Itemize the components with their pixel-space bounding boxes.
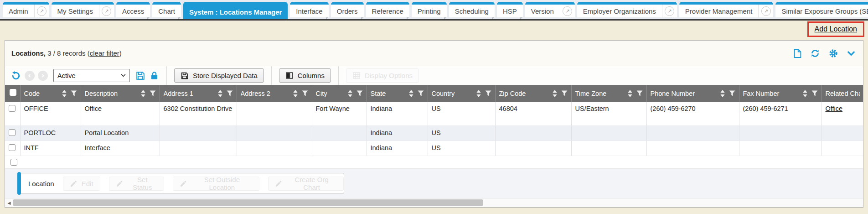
filter-icon[interactable] (71, 90, 77, 96)
section-accent-bar (17, 172, 21, 195)
row-checkbox[interactable] (9, 105, 16, 112)
tab-chart[interactable]: Chart (152, 2, 181, 17)
gear-icon[interactable] (828, 48, 838, 58)
sort-icon[interactable] (141, 90, 145, 97)
toolbar-divider (338, 66, 339, 85)
tab-access[interactable]: Access (116, 2, 150, 17)
column-header-description[interactable]: Description (81, 85, 160, 102)
cell-state: Indiana (367, 141, 428, 156)
related-chart-link[interactable]: Office (826, 105, 843, 112)
sort-icon[interactable] (409, 90, 413, 97)
footer-select-all-checkbox[interactable] (10, 159, 17, 166)
refresh-icon[interactable] (810, 48, 820, 58)
sort-icon[interactable] (218, 90, 222, 97)
status-filter-select[interactable]: Active (53, 69, 130, 82)
save-view-icon[interactable] (135, 71, 145, 81)
save-icon (181, 72, 189, 80)
column-header-related-charts[interactable]: Related Cha (822, 85, 863, 102)
filter-icon[interactable] (729, 90, 735, 96)
grid-toolbar: Active Store Displayed Data Columns (5, 66, 863, 85)
cell-code: OFFICE (20, 102, 81, 125)
locations-manager-screen: Admin ↗ My Settings ↗ Access Chart Syste… (0, 0, 868, 214)
add-location-highlight-box: Add Location (807, 21, 864, 37)
tab-interface[interactable]: Interface (290, 2, 328, 17)
column-header-state[interactable]: State (367, 85, 428, 102)
tab-version[interactable]: Version ↗ (525, 2, 575, 17)
display-options-button: Display Options (346, 68, 419, 83)
column-header-address1[interactable]: Address 1 (160, 85, 237, 102)
tab-similar-exposure-groups[interactable]: Similar Exposure Groups (SEGs) ↗ (775, 2, 868, 17)
filter-icon[interactable] (636, 90, 643, 96)
open-new-window-icon[interactable]: ↗ (563, 6, 572, 16)
select-all-header-checkbox-cell (5, 85, 20, 102)
table-header-row: Code Description Address 1 Address 2 Cit… (5, 85, 863, 102)
column-header-country[interactable]: Country (428, 85, 495, 102)
tab-hsp[interactable]: HSP (497, 2, 523, 17)
tab-reference[interactable]: Reference (366, 2, 409, 17)
column-header-fax-number[interactable]: Fax Number (739, 85, 822, 102)
clear-filter-link[interactable]: clear filter (90, 49, 119, 57)
filter-icon[interactable] (418, 90, 424, 96)
open-new-window-icon[interactable]: ↗ (761, 6, 771, 16)
sort-icon[interactable] (293, 90, 298, 97)
filter-icon[interactable] (356, 90, 363, 96)
panel-header: Locations, 3 / 8 records (clear filter) (5, 41, 863, 66)
column-header-time-zone[interactable]: Time Zone (571, 85, 646, 102)
scrollbar-thumb[interactable] (13, 199, 483, 206)
row-checkbox[interactable] (9, 129, 16, 136)
select-all-checkbox[interactable] (10, 89, 16, 96)
sort-icon[interactable] (553, 90, 557, 97)
cell-address1 (160, 141, 237, 156)
filter-icon[interactable] (150, 90, 156, 96)
sort-icon[interactable] (476, 90, 481, 97)
tab-provider-management[interactable]: Provider Management ↗ (679, 2, 774, 17)
cell-description: Interface (81, 141, 160, 156)
chevron-down-icon[interactable] (847, 49, 856, 58)
tab-my-settings[interactable]: My Settings ↗ (52, 2, 114, 17)
tab-employer-organizations[interactable]: Employer Organizations ↗ (577, 2, 677, 17)
sort-icon[interactable] (628, 90, 632, 97)
cell-address1: 6302 Constitution Drive (160, 102, 237, 125)
footer-select-row (5, 156, 863, 169)
sort-icon[interactable] (348, 90, 352, 97)
sort-icon[interactable] (720, 90, 725, 97)
tab-printing[interactable]: Printing (412, 2, 447, 17)
previous-page-icon[interactable] (25, 71, 35, 81)
filter-icon[interactable] (561, 90, 568, 96)
cell-address2 (237, 125, 312, 141)
open-new-window-icon[interactable]: ↗ (665, 6, 674, 16)
new-document-icon[interactable] (793, 48, 802, 58)
horizontal-scrollbar[interactable]: ◀ (5, 198, 863, 207)
sort-icon[interactable] (803, 90, 807, 97)
next-page-icon[interactable] (38, 71, 48, 81)
column-header-city[interactable]: City (312, 85, 367, 102)
columns-button[interactable]: Columns (279, 68, 331, 83)
column-header-code[interactable]: Code (20, 85, 81, 102)
cell-address2 (237, 102, 312, 125)
add-location-link[interactable]: Add Location (815, 25, 857, 33)
column-header-phone-number[interactable]: Phone Number (646, 85, 739, 102)
cell-description: Office (81, 102, 160, 125)
tab-admin[interactable]: Admin ↗ (3, 2, 49, 17)
open-new-window-icon[interactable]: ↗ (102, 6, 111, 16)
undo-reset-icon[interactable] (10, 70, 21, 81)
locations-table: Code Description Address 1 Address 2 Cit… (5, 85, 863, 157)
scroll-left-arrow-icon[interactable]: ◀ (5, 198, 13, 207)
open-new-window-icon[interactable]: ↗ (37, 6, 46, 16)
filter-icon[interactable] (485, 90, 491, 96)
sort-icon[interactable] (62, 90, 67, 97)
tab-orders[interactable]: Orders (331, 2, 364, 17)
store-displayed-data-button[interactable]: Store Displayed Data (174, 68, 264, 83)
filter-icon[interactable] (227, 90, 233, 96)
tab-bar: Admin ↗ My Settings ↗ Access Chart Syste… (0, 0, 868, 19)
tab-system-locations-manager[interactable]: System : Locations Manager (183, 2, 288, 19)
action-area: Location Edit Set Status Set Outside Loc… (5, 169, 863, 198)
filter-icon[interactable] (302, 90, 308, 96)
column-header-zip-code[interactable]: Zip Code (495, 85, 571, 102)
row-checkbox[interactable] (9, 144, 16, 151)
cell-address2 (237, 141, 312, 156)
filter-icon[interactable] (811, 90, 818, 96)
lock-icon[interactable] (150, 71, 159, 81)
tab-scheduling[interactable]: Scheduling (449, 2, 495, 17)
column-header-address2[interactable]: Address 2 (237, 85, 312, 102)
